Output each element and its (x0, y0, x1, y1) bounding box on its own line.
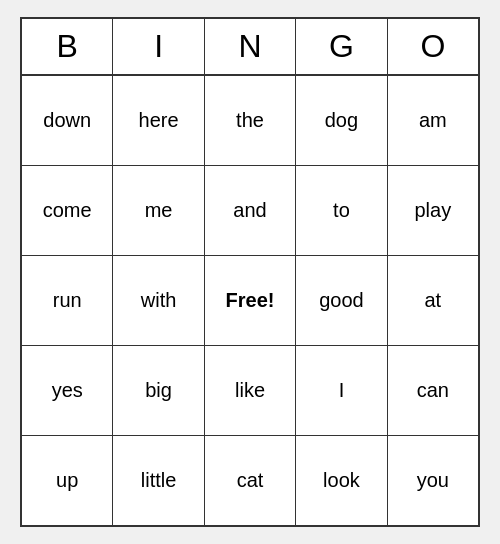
cell-5-1[interactable]: up (22, 436, 113, 525)
cell-2-5[interactable]: play (388, 166, 478, 255)
bingo-row-4: yes big like I can (22, 346, 478, 436)
cell-5-4[interactable]: look (296, 436, 387, 525)
cell-4-2[interactable]: big (113, 346, 204, 435)
cell-4-1[interactable]: yes (22, 346, 113, 435)
cell-free[interactable]: Free! (205, 256, 296, 345)
header-i: I (113, 19, 204, 74)
bingo-header: B I N G O (22, 19, 478, 76)
cell-2-1[interactable]: come (22, 166, 113, 255)
cell-4-5[interactable]: can (388, 346, 478, 435)
cell-5-5[interactable]: you (388, 436, 478, 525)
bingo-row-2: come me and to play (22, 166, 478, 256)
cell-5-3[interactable]: cat (205, 436, 296, 525)
header-b: B (22, 19, 113, 74)
cell-1-2[interactable]: here (113, 76, 204, 165)
cell-3-1[interactable]: run (22, 256, 113, 345)
cell-1-1[interactable]: down (22, 76, 113, 165)
cell-4-3[interactable]: like (205, 346, 296, 435)
cell-2-4[interactable]: to (296, 166, 387, 255)
cell-5-2[interactable]: little (113, 436, 204, 525)
bingo-row-1: down here the dog am (22, 76, 478, 166)
cell-2-2[interactable]: me (113, 166, 204, 255)
cell-2-3[interactable]: and (205, 166, 296, 255)
cell-3-4[interactable]: good (296, 256, 387, 345)
header-n: N (205, 19, 296, 74)
header-o: O (388, 19, 478, 74)
bingo-row-3: run with Free! good at (22, 256, 478, 346)
bingo-body: down here the dog am come me and to play… (22, 76, 478, 525)
cell-3-2[interactable]: with (113, 256, 204, 345)
cell-1-5[interactable]: am (388, 76, 478, 165)
cell-1-3[interactable]: the (205, 76, 296, 165)
cell-3-5[interactable]: at (388, 256, 478, 345)
bingo-row-5: up little cat look you (22, 436, 478, 525)
bingo-card: B I N G O down here the dog am come me a… (20, 17, 480, 527)
cell-4-4[interactable]: I (296, 346, 387, 435)
header-g: G (296, 19, 387, 74)
cell-1-4[interactable]: dog (296, 76, 387, 165)
